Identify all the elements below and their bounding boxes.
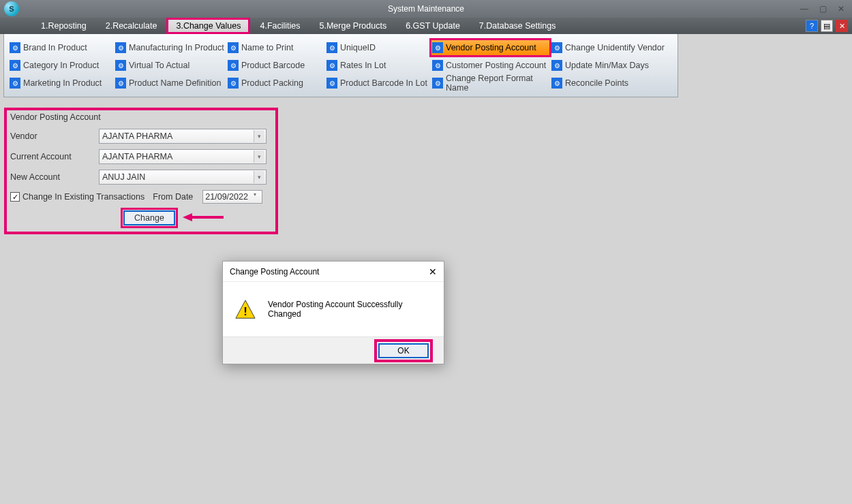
menubar-right-icons: ? ▤ ✕ xyxy=(806,20,848,32)
vendor-label: Vendor xyxy=(10,131,99,141)
tool-icon: ⚙ xyxy=(228,78,239,89)
titlebar: S System Maintenance — ▢ ✕ xyxy=(0,0,852,18)
change-button[interactable]: Change xyxy=(123,210,175,225)
tool-update-minmax-days[interactable]: ⚙Update Min/Max Days xyxy=(550,57,676,74)
tool-icon: ⚙ xyxy=(432,42,443,53)
window-controls: — ▢ ✕ xyxy=(796,2,849,16)
close-button[interactable]: ✕ xyxy=(833,2,849,16)
tool-reconcile-points[interactable]: ⚙Reconcile Points xyxy=(550,75,676,91)
tool-icon: ⚙ xyxy=(326,78,337,89)
current-account-select[interactable]: AJANTA PHARMA ▾ xyxy=(99,149,267,164)
menu-database-settings[interactable]: 7.Database Settings xyxy=(470,18,566,34)
current-account-label: Current Account xyxy=(10,152,99,161)
menu-merge-products[interactable]: 5.Merge Products xyxy=(310,18,397,34)
svg-text:!: ! xyxy=(243,305,247,318)
form-title: Vendor Posting Account xyxy=(10,112,272,122)
new-account-select[interactable]: ANUJ JAIN ▾ xyxy=(99,170,267,185)
tool-product-packing[interactable]: ⚙Product Packing xyxy=(226,75,325,91)
tool-icon: ⚙ xyxy=(326,42,337,53)
dialog-ok-button[interactable]: OK xyxy=(378,343,429,358)
menu-change-values[interactable]: 3.Change Values xyxy=(166,18,250,34)
dialog-title: Change Posting Account xyxy=(230,267,319,277)
tool-icon: ⚙ xyxy=(432,78,443,89)
tool-change-report-format-name[interactable]: ⚙Change Report Format Name xyxy=(431,75,550,91)
dialog-message: Vendor Posting Account Successfully Chan… xyxy=(268,300,431,319)
tool-marketing-in-product[interactable]: ⚙Marketing In Product xyxy=(8,75,114,91)
exit-icon[interactable]: ✕ xyxy=(836,20,848,32)
window-title: System Maintenance xyxy=(388,4,464,14)
tool-icon: ⚙ xyxy=(551,42,562,53)
vendor-posting-form: Vendor Posting Account Vendor AJANTA PHA… xyxy=(4,108,278,234)
menu-recalculate[interactable]: 2.Recalculate xyxy=(96,18,167,34)
chevron-down-icon: ▾ xyxy=(254,151,264,163)
tool-icon: ⚙ xyxy=(326,60,337,71)
vendor-select[interactable]: AJANTA PHARMA ▾ xyxy=(99,129,267,144)
tool-product-name-definition[interactable]: ⚙Product Name Definition xyxy=(114,75,226,91)
tool-icon: ⚙ xyxy=(115,78,126,89)
tool-name-to-print[interactable]: ⚙Name to Print xyxy=(226,40,325,56)
tool-rates-in-lot[interactable]: ⚙Rates In Lot xyxy=(325,57,431,74)
maximize-button[interactable]: ▢ xyxy=(815,2,831,16)
tool-icon: ⚙ xyxy=(432,60,443,71)
change-existing-checkbox[interactable]: ✓ xyxy=(10,192,20,202)
change-values-toolbar: ⚙Brand In Product ⚙Manufacturing In Prod… xyxy=(3,34,678,97)
tool-icon: ⚙ xyxy=(228,60,239,71)
from-date-label: From Date xyxy=(153,192,193,202)
settings-icon[interactable]: ▤ xyxy=(821,20,833,32)
tool-category-in-product[interactable]: ⚙Category In Product xyxy=(8,57,114,74)
help-icon[interactable]: ? xyxy=(806,20,818,32)
tool-icon: ⚙ xyxy=(551,60,562,71)
from-date-input[interactable]: 21/09/2022 ▾ xyxy=(202,190,262,204)
menubar: 1.Reposting 2.Recalculate 3.Change Value… xyxy=(0,18,852,34)
vendor-value: AJANTA PHARMA xyxy=(102,131,172,141)
dialog-close-icon[interactable]: ✕ xyxy=(429,266,437,277)
tool-icon: ⚙ xyxy=(10,78,20,89)
tool-brand-in-product[interactable]: ⚙Brand In Product xyxy=(8,40,114,56)
tool-uniqueid[interactable]: ⚙UniqueID xyxy=(325,40,431,56)
tool-icon: ⚙ xyxy=(115,42,126,53)
warning-icon: ! xyxy=(235,300,256,319)
tool-product-barcode-in-lot[interactable]: ⚙Product Barcode In Lot xyxy=(325,75,431,91)
change-existing-label: Change In Existing Transactions xyxy=(22,192,144,202)
app-icon: S xyxy=(4,1,19,16)
chevron-down-icon: ▾ xyxy=(254,191,262,202)
new-account-label: New Account xyxy=(10,172,99,182)
tool-product-barcode[interactable]: ⚙Product Barcode xyxy=(226,57,325,74)
from-date-value: 21/09/2022 xyxy=(205,192,248,202)
tool-change-unidentify-vendor[interactable]: ⚙Change Unidentify Vendor xyxy=(550,40,676,56)
chevron-down-icon: ▾ xyxy=(254,171,264,183)
tool-icon: ⚙ xyxy=(551,78,562,89)
callout-arrow-icon xyxy=(183,212,224,223)
current-account-value: AJANTA PHARMA xyxy=(102,152,172,161)
new-account-value: ANUJ JAIN xyxy=(102,172,145,182)
menu-gst-update[interactable]: 6.GST Update xyxy=(396,18,470,34)
svg-marker-1 xyxy=(183,213,192,221)
chevron-down-icon: ▾ xyxy=(254,130,264,142)
tool-customer-posting-account[interactable]: ⚙Customer Posting Account xyxy=(431,57,550,74)
tool-icon: ⚙ xyxy=(10,60,20,71)
tool-vendor-posting-account[interactable]: ⚙Vendor Posting Account xyxy=(431,40,550,56)
tool-virtual-to-actual[interactable]: ⚙Virtual To Actual xyxy=(114,57,226,74)
menu-reposting[interactable]: 1.Reposting xyxy=(31,18,96,34)
tool-manufacturing-in-product[interactable]: ⚙Manufacturing In Product xyxy=(114,40,226,56)
tool-icon: ⚙ xyxy=(115,60,126,71)
tool-icon: ⚙ xyxy=(10,42,20,53)
minimize-button[interactable]: — xyxy=(796,2,812,16)
change-posting-dialog: Change Posting Account ✕ ! Vendor Postin… xyxy=(222,261,444,364)
tool-icon: ⚙ xyxy=(228,42,239,53)
menu-facilities[interactable]: 4.Facilities xyxy=(250,18,309,34)
